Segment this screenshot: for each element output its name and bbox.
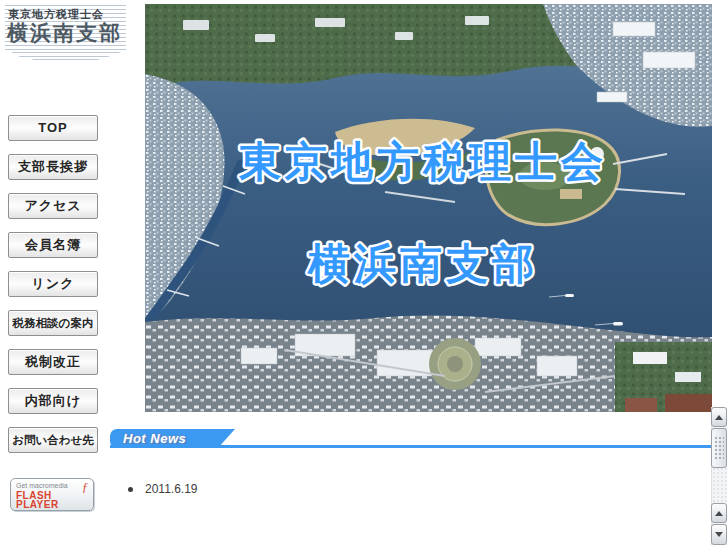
hot-news-divider [110,445,711,448]
nav-button-member-list[interactable]: 会員名簿 [8,232,98,258]
scrollbar-grip-icon [714,436,724,460]
triangle-up-icon [715,415,723,420]
nav-button-members-only[interactable]: 内部向け [8,388,98,414]
aerial-photo-graphic: 東京地方税理士会 横浜南支部 [145,4,712,412]
triangle-up-icon [715,511,723,516]
triangle-down-icon [715,532,723,537]
flash-logo-icon: ƒ [82,480,88,495]
nav-button-tax-reform[interactable]: 税制改正 [8,349,98,375]
news-list-item: 2011.6.19 [128,482,198,496]
scroll-down-button[interactable] [711,524,727,545]
nav-button-links[interactable]: リンク [8,271,98,297]
aerial-photo: 東京地方税理士会 横浜南支部 [145,4,712,412]
vertical-scrollbar [711,407,727,545]
site-logo: 東京地方税理士会 横浜南支部 [5,3,129,65]
hero-title-line2: 横浜南支部 [307,240,538,287]
flash-badge-line2: PLAYER [16,500,59,509]
flash-badge-prefix: Get macromedia [16,482,68,489]
nav-button-tax-consult[interactable]: 税務相談の案内 [8,310,98,336]
logo-stripes [31,59,101,63]
logo-branch-name: 横浜南支部 [7,19,122,47]
news-date: 2011.6.19 [145,482,198,496]
scrollbar-thumb[interactable] [711,428,727,468]
hero-title-line1: 東京地方税理士会 [238,138,607,185]
get-flash-player-badge[interactable]: Get macromedia ƒ FLASH PLAYER [10,478,94,511]
scroll-up-button[interactable] [711,407,727,427]
nav-button-top[interactable]: TOP [8,115,98,141]
nav-button-contact[interactable]: お問い合わせ先 [8,427,98,453]
logo-stripes [11,52,121,57]
sidebar-nav: TOP 支部長挨拶 アクセス 会員名簿 リンク 税務相談の案内 税制改正 内部向… [8,115,98,455]
nav-button-greeting[interactable]: 支部長挨拶 [8,154,98,180]
nav-button-access[interactable]: アクセス [8,193,98,219]
scroll-up-button-bottom[interactable] [711,503,727,523]
page: 東京地方税理士会 横浜南支部 TOP 支部長挨拶 アクセス 会員名簿 リンク 税… [0,0,727,545]
bullet-icon [128,487,133,492]
